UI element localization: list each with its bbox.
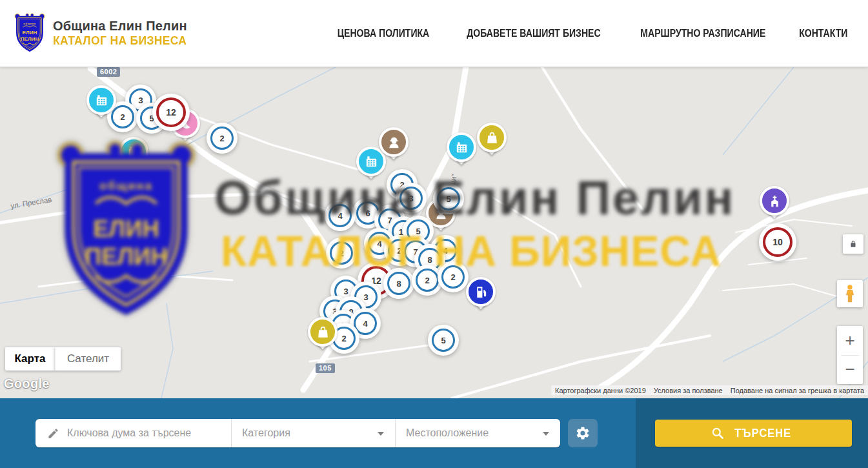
svg-text:ЕЛИН: ЕЛИН (23, 30, 37, 36)
main-nav: ЦЕНОВА ПОЛИТИКАДОБАВЕТЕ ВАШИЯТ БИЗНЕСМАР… (331, 28, 868, 39)
factory-icon (119, 137, 148, 167)
map-lock-button[interactable] (843, 234, 863, 254)
worker-icon (379, 127, 409, 157)
advanced-search-button[interactable] (568, 419, 598, 447)
street-view-pegman-button[interactable] (837, 280, 863, 307)
search-bar-right-panel: ТЪРСЕНЕ (636, 398, 868, 468)
zoom-in-button[interactable]: + (837, 326, 863, 355)
map-cluster-marker[interactable]: 4 (325, 200, 356, 231)
pegman-icon (843, 284, 857, 303)
cluster-count: 12 (156, 97, 186, 127)
cluster-count: 2 (210, 127, 234, 150)
svg-text:ПЕЛИН: ПЕЛИН (21, 36, 39, 42)
chevron-down-icon (543, 432, 549, 436)
search-button-label: ТЪРСЕНЕ (734, 426, 791, 440)
attribution-link[interactable]: Условия за ползване (650, 387, 727, 394)
nav-item[interactable]: КОНТАКТИ (800, 28, 848, 39)
search-box: Категория Местоположение (35, 419, 560, 447)
nav-item[interactable]: ДОБАВЕТЕ ВАШИЯТ БИЗНЕС (467, 28, 601, 39)
map-pin-bag[interactable] (477, 123, 507, 152)
map-pin-fuel[interactable] (466, 277, 496, 307)
zoom-out-button[interactable]: − (837, 356, 863, 385)
cluster-count: 3 (399, 187, 423, 210)
map-type-satellite-button[interactable]: Сателит (55, 347, 121, 371)
nav-item[interactable]: МАРШРУТНО РАЗПИСАНИЕ (640, 28, 765, 39)
fuel-icon (466, 277, 496, 307)
map-pin-factory[interactable] (447, 132, 476, 162)
cluster-count: 8 (387, 272, 410, 295)
keyword-segment (35, 419, 231, 447)
keyword-input[interactable] (67, 427, 225, 439)
bag-icon (477, 123, 507, 152)
road-number-badge: 105 (316, 363, 335, 373)
chevron-down-icon (378, 432, 384, 436)
cluster-count: 2 (441, 265, 465, 289)
location-select-value: Местоположение (406, 427, 489, 439)
map-pin-factory[interactable] (119, 137, 148, 167)
map-canvas[interactable]: 6002105ул. Преславбул. „Новоселци“ 32512… (0, 67, 868, 398)
site-title: Община Елин Пелин (53, 19, 198, 34)
attribution-text: Картографски данни ©2019 (551, 387, 650, 394)
cluster-count: 4 (328, 204, 352, 227)
location-select[interactable]: Местоположение (395, 419, 560, 447)
zoom-control: + − (837, 326, 863, 384)
map-cluster-marker[interactable]: 2 (438, 261, 469, 292)
map-pin-church[interactable] (760, 186, 789, 216)
factory-icon (86, 85, 116, 115)
cluster-count: 5 (437, 187, 460, 210)
cluster-count: 10 (763, 227, 792, 257)
map-pin-factory[interactable] (86, 85, 116, 115)
map-attribution: Картографски данни ©2019Условия за ползв… (551, 385, 868, 395)
category-select[interactable]: Категория (231, 419, 395, 447)
map-pin-worker[interactable] (379, 127, 409, 157)
map-pin-bag[interactable] (308, 317, 338, 347)
map-cluster-marker[interactable]: 8 (383, 268, 414, 299)
map-cluster-marker[interactable]: 10 (759, 223, 796, 261)
attribution-link[interactable]: Подаване на сигнал за грешка в картата (727, 387, 868, 394)
site-logo[interactable]: община ЕЛИН ПЕЛИН Община Елин Пелин КАТА… (0, 13, 198, 54)
map-cluster-marker[interactable]: 2 (207, 123, 237, 154)
cluster-count: 2 (330, 241, 353, 265)
category-select-value: Категория (242, 427, 290, 439)
site-subtitle: КАТАЛОГ НА БИЗНЕСА (53, 34, 187, 48)
search-button[interactable]: ТЪРСЕНЕ (655, 420, 852, 447)
search-bar: ТЪРСЕНЕ Категория Местоположение (0, 398, 868, 468)
road-number-badge: 6002 (97, 67, 120, 77)
google-logo[interactable]: Google (4, 376, 50, 391)
svg-text:община: община (23, 22, 35, 25)
map-cluster-marker[interactable]: 2 (326, 238, 357, 269)
nav-item[interactable]: ЦЕНОВА ПОЛИТИКА (338, 28, 430, 39)
map-type-map-button[interactable]: Карта (5, 347, 55, 371)
bag-icon (308, 317, 338, 347)
municipality-crest-icon: община ЕЛИН ПЕЛИН (14, 13, 45, 54)
site-header: община ЕЛИН ПЕЛИН Община Елин Пелин КАТА… (0, 0, 868, 67)
map-cluster-marker[interactable]: 5 (433, 183, 464, 214)
search-icon (711, 427, 724, 440)
gear-icon (575, 425, 590, 441)
pencil-icon (47, 427, 59, 440)
map-cluster-marker[interactable]: 12 (152, 94, 190, 131)
factory-icon (447, 132, 476, 162)
cluster-count: 2 (416, 269, 439, 292)
map-type-control: Карта Сателит (5, 347, 121, 371)
cluster-count: 5 (432, 329, 455, 352)
church-icon (760, 186, 789, 216)
map-cluster-marker[interactable]: 5 (428, 325, 459, 356)
lock-icon (849, 239, 858, 249)
